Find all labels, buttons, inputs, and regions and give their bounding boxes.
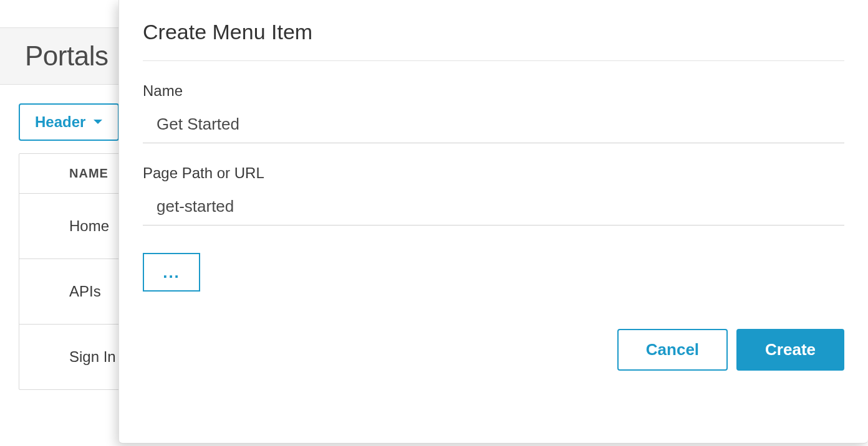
header-dropdown-label: Header — [35, 113, 85, 131]
row-name: Home — [69, 217, 109, 234]
divider — [143, 60, 844, 61]
ellipsis-icon: ... — [163, 263, 180, 282]
create-button[interactable]: Create — [736, 329, 844, 371]
more-options-button[interactable]: ... — [143, 253, 200, 292]
path-label: Page Path or URL — [143, 164, 844, 182]
name-input[interactable] — [143, 111, 844, 143]
caret-down-icon — [93, 117, 103, 127]
name-label: Name — [143, 82, 844, 100]
row-name: Sign In — [69, 348, 116, 365]
header-dropdown[interactable]: Header — [19, 103, 119, 141]
path-input[interactable] — [143, 193, 844, 225]
cancel-button[interactable]: Cancel — [617, 329, 728, 371]
create-menu-item-modal: Create Menu Item Name Page Path or URL .… — [118, 0, 868, 444]
form-group-path: Page Path or URL — [143, 164, 844, 225]
row-name: APIs — [69, 283, 101, 300]
form-group-name: Name — [143, 82, 844, 143]
modal-title: Create Menu Item — [143, 20, 844, 60]
modal-footer: Cancel Create — [119, 329, 868, 371]
